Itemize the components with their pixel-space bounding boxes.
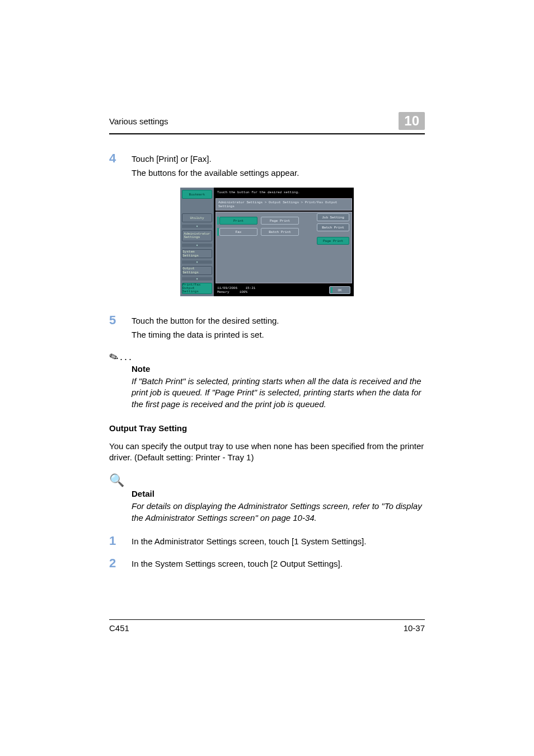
step-2: 2 In the System Settings screen, touch [… [109,556,425,571]
note-body: If "Batch Print" is selected, printing s… [132,376,425,410]
batch-print-button[interactable]: Batch Print [317,223,349,231]
section-title: Various settings [109,116,168,126]
instruction-text: Touch the button for the desired setting… [214,188,354,197]
output-tray-paragraph: You can specify the output tray to use w… [109,441,425,464]
page-number: 10-37 [404,623,425,633]
header-rule [109,133,425,134]
step-4: 4 Touch [Print] or [Fax]. [109,151,425,166]
ellipsis-icon: ... [120,351,133,362]
chevron-down-icon: ▾ [182,277,212,281]
screenshot-footer: 11/09/2006 15:21 Memory 100% OK [214,285,354,296]
print-button[interactable]: Print [219,217,257,225]
step-subtext: The timing the data is printed is set. [132,330,425,339]
step-text: Touch [Print] or [Fax]. [132,151,425,166]
detail-block: 🔍 Detail For details on displaying the A… [109,473,425,524]
chevron-down-icon: ▾ [182,244,212,247]
job-setting-button[interactable]: Job Setting [317,213,349,221]
footer-date: 11/09/2006 [217,286,237,290]
step-text: Touch the button for the desired setting… [132,313,425,328]
page-header: Various settings 10 [109,112,425,130]
detail-label: Detail [132,489,425,498]
sidebar-item-printfax-output[interactable]: Print/Fax Output Settings [182,283,212,294]
magnifier-icon: 🔍 [109,473,124,488]
fax-button[interactable]: Fax [219,228,257,236]
chapter-number-badge: 10 [399,112,425,130]
batch-print-value: Batch Print [261,228,299,236]
note-label: Note [132,364,425,374]
ok-button[interactable]: OK [329,286,350,294]
pen-icon: ✎ [107,349,120,365]
step-number: 5 [109,313,132,328]
page-print-button[interactable]: Page Print [317,237,349,245]
page-footer: C451 10-37 [109,619,425,633]
step-1: 1 In the Administrator Settings screen, … [109,534,425,548]
step-subtext: The buttons for the available settings a… [132,168,425,178]
breadcrumb: Administrator Settings > Output Settings… [216,198,352,211]
output-tray-heading: Output Tray Setting [109,423,425,433]
detail-body: For details on displaying the Administra… [132,501,425,524]
sidebar-item-output-settings[interactable]: Output Settings [182,266,212,275]
bookmark-button[interactable]: Bookmark [182,190,212,199]
footer-time: 15:21 [245,286,255,290]
screenshot-sidebar: Bookmark Utility ▾ Administrator Setting… [180,188,214,296]
chevron-down-icon: ▾ [182,225,212,228]
document-page: Various settings 10 4 Touch [Print] or [… [0,0,534,756]
sidebar-item-utility[interactable]: Utility [182,213,212,222]
step-5: 5 Touch the button for the desired setti… [109,313,425,328]
model-number: C451 [109,623,129,633]
step-number: 2 [109,556,132,571]
step-text: In the Administrator Settings screen, to… [132,534,425,548]
printer-settings-screenshot: Bookmark Utility ▾ Administrator Setting… [180,188,354,296]
page-print-value: Page Print [261,217,299,225]
footer-memory-label: Memory [217,290,229,294]
note-block: ✎... Note If "Batch Print" is selected, … [109,351,425,410]
chevron-down-icon: ▾ [182,260,212,264]
step-number: 1 [109,534,132,548]
sidebar-item-system-settings[interactable]: System Settings [182,249,212,258]
screenshot-body: Print Page Print Fax Batch Print Job Set… [216,212,352,283]
sidebar-item-admin-settings[interactable]: Administrator Settings [182,230,212,241]
footer-memory-value: 100% [240,290,247,294]
footer-rule [109,619,425,620]
step-text: In the System Settings screen, touch [2 … [132,556,425,571]
step-number: 4 [109,151,132,166]
